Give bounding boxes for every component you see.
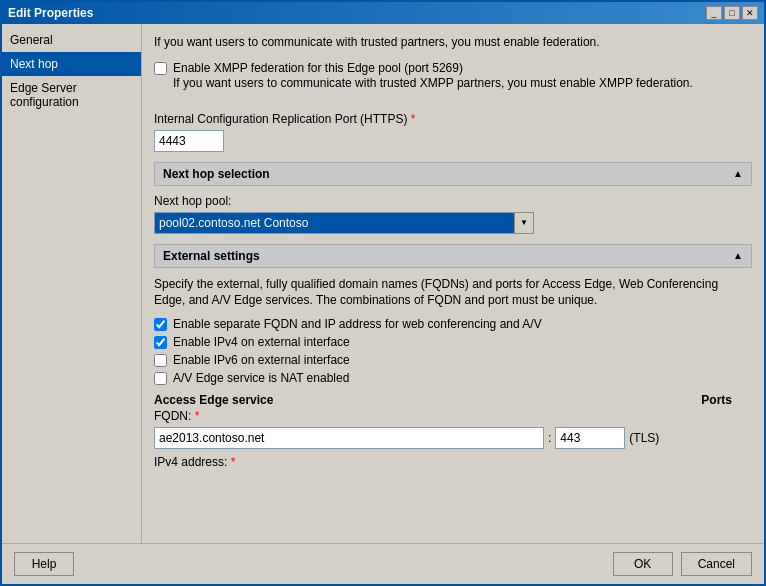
minimize-button[interactable]: _ bbox=[706, 6, 722, 20]
ports-title: Ports bbox=[701, 393, 732, 407]
access-edge-left: Access Edge service FQDN: * : (TLS) bbox=[154, 393, 659, 449]
next-hop-pool-field: Next hop pool: pool02.contoso.net Contos… bbox=[154, 194, 752, 234]
checkbox-row-3: A/V Edge service is NAT enabled bbox=[154, 371, 752, 385]
next-hop-pool-wrapper: pool02.contoso.net Contoso ▼ bbox=[154, 212, 534, 234]
ipv4-address-label: IPv4 address: * bbox=[154, 455, 752, 469]
xmpp-checkbox-row: Enable XMPP federation for this Edge poo… bbox=[154, 61, 752, 102]
main-panel: If you want users to communicate with tr… bbox=[142, 24, 764, 543]
window-title: Edit Properties bbox=[8, 6, 93, 20]
checkbox-row-2: Enable IPv6 on external interface bbox=[154, 353, 752, 367]
maximize-button[interactable]: □ bbox=[724, 6, 740, 20]
dropdown-arrow-icon[interactable]: ▼ bbox=[514, 212, 534, 234]
xmpp-section: Enable XMPP federation for this Edge poo… bbox=[154, 61, 752, 102]
sidebar-item-next-hop[interactable]: Next hop bbox=[2, 52, 141, 76]
required-star-internal: * bbox=[411, 112, 416, 126]
window-controls: _ □ ✕ bbox=[706, 6, 758, 20]
tls-label: (TLS) bbox=[629, 431, 659, 445]
external-settings-title: External settings bbox=[163, 249, 260, 263]
xmpp-sub-text: If you want users to communicate with tr… bbox=[173, 75, 693, 92]
colon-separator: : bbox=[548, 431, 551, 445]
ports-right: Ports bbox=[701, 393, 732, 411]
internal-config-field: Internal Configuration Replication Port … bbox=[154, 112, 752, 152]
fqdn-input[interactable] bbox=[154, 427, 544, 449]
footer-bar: Help OK Cancel bbox=[2, 543, 764, 584]
scroll-area: If you want users to communicate with tr… bbox=[142, 24, 764, 543]
checkbox-row-0: Enable separate FQDN and IP address for … bbox=[154, 317, 752, 331]
next-hop-section-header[interactable]: Next hop selection ▲ bbox=[154, 162, 752, 186]
sidebar: General Next hop Edge Server configurati… bbox=[2, 24, 142, 543]
checkbox-row-1: Enable IPv4 on external interface bbox=[154, 335, 752, 349]
next-hop-arrow-icon: ▲ bbox=[733, 168, 743, 179]
sidebar-item-general[interactable]: General bbox=[2, 28, 141, 52]
checkbox-nat[interactable] bbox=[154, 372, 167, 385]
xmpp-federation-checkbox[interactable] bbox=[154, 62, 167, 75]
checkbox-label-0: Enable separate FQDN and IP address for … bbox=[173, 317, 542, 331]
internal-config-label: Internal Configuration Replication Port … bbox=[154, 112, 752, 126]
top-info-text: If you want users to communicate with tr… bbox=[154, 34, 752, 51]
access-edge-title: Access Edge service bbox=[154, 393, 659, 407]
cancel-button[interactable]: Cancel bbox=[681, 552, 752, 576]
internal-config-input[interactable] bbox=[154, 130, 224, 152]
checkbox-ipv6[interactable] bbox=[154, 354, 167, 367]
ok-button[interactable]: OK bbox=[613, 552, 673, 576]
checkbox-separate-fqdn[interactable] bbox=[154, 318, 167, 331]
sidebar-item-edge-server[interactable]: Edge Server configuration bbox=[2, 76, 141, 114]
fqdn-port-row: : (TLS) bbox=[154, 427, 659, 449]
external-checkboxes: Enable separate FQDN and IP address for … bbox=[154, 317, 752, 385]
checkbox-label-3: A/V Edge service is NAT enabled bbox=[173, 371, 349, 385]
checkbox-label-1: Enable IPv4 on external interface bbox=[173, 335, 350, 349]
help-button[interactable]: Help bbox=[14, 552, 74, 576]
title-bar: Edit Properties _ □ ✕ bbox=[2, 2, 764, 24]
xmpp-checkbox-label: Enable XMPP federation for this Edge poo… bbox=[173, 61, 693, 75]
external-settings-description: Specify the external, fully qualified do… bbox=[154, 276, 752, 310]
close-button[interactable]: ✕ bbox=[742, 6, 758, 20]
ok-cancel-buttons: OK Cancel bbox=[613, 552, 752, 576]
checkbox-label-2: Enable IPv6 on external interface bbox=[173, 353, 350, 367]
port-input[interactable] bbox=[555, 427, 625, 449]
edit-properties-window: Edit Properties _ □ ✕ General Next hop E… bbox=[0, 0, 766, 586]
access-edge-ports-row: Access Edge service FQDN: * : (TLS) bbox=[154, 393, 752, 449]
main-content: General Next hop Edge Server configurati… bbox=[2, 24, 764, 543]
external-settings-header[interactable]: External settings ▲ bbox=[154, 244, 752, 268]
required-star-ipv4: * bbox=[231, 455, 236, 469]
next-hop-pool-select[interactable]: pool02.contoso.net Contoso bbox=[154, 212, 534, 234]
next-hop-section-title: Next hop selection bbox=[163, 167, 270, 181]
fqdn-label: FQDN: * bbox=[154, 409, 659, 423]
required-star-fqdn: * bbox=[195, 409, 200, 423]
checkbox-ipv4[interactable] bbox=[154, 336, 167, 349]
external-settings-arrow-icon: ▲ bbox=[733, 250, 743, 261]
next-hop-pool-label: Next hop pool: bbox=[154, 194, 752, 208]
